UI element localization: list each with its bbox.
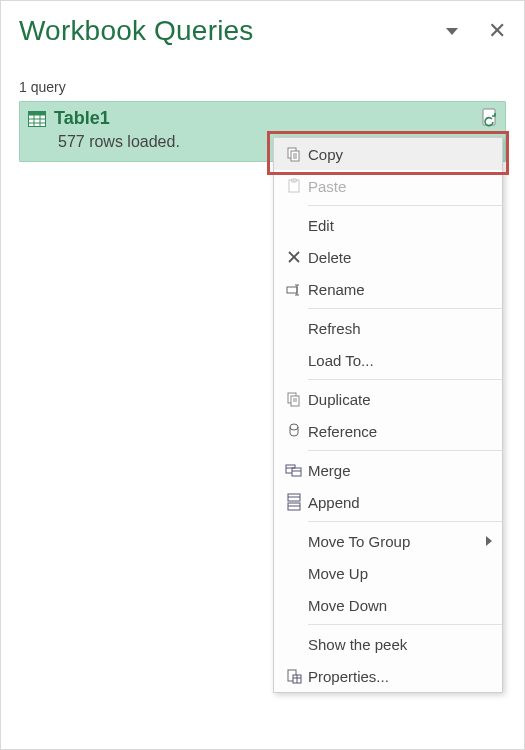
menu-label: Load To... bbox=[308, 352, 492, 369]
menu-item-duplicate[interactable]: Duplicate bbox=[274, 383, 502, 415]
menu-label: Merge bbox=[308, 462, 492, 479]
menu-label: Move To Group bbox=[308, 533, 482, 550]
svg-rect-16 bbox=[287, 287, 297, 293]
pane-header: Workbook Queries ✕ bbox=[19, 15, 506, 47]
append-icon bbox=[280, 493, 308, 511]
submenu-arrow-icon bbox=[486, 536, 492, 546]
menu-separator bbox=[308, 450, 502, 451]
menu-label: Copy bbox=[308, 146, 492, 163]
delete-icon bbox=[280, 250, 308, 264]
query-count-label: 1 query bbox=[19, 79, 506, 95]
query-context-menu: Copy Paste Edit Delete Rename bbox=[273, 137, 503, 693]
menu-item-refresh[interactable]: Refresh bbox=[274, 312, 502, 344]
refresh-icon[interactable] bbox=[481, 108, 499, 132]
menu-item-load-to[interactable]: Load To... bbox=[274, 344, 502, 376]
workbook-queries-pane: Workbook Queries ✕ 1 query Table1 bbox=[0, 0, 525, 750]
duplicate-icon bbox=[280, 391, 308, 407]
menu-item-properties[interactable]: Properties... bbox=[274, 660, 502, 692]
menu-label: Paste bbox=[308, 178, 492, 195]
menu-item-merge[interactable]: Merge bbox=[274, 454, 502, 486]
svg-point-24 bbox=[290, 424, 298, 430]
menu-label: Delete bbox=[308, 249, 492, 266]
menu-item-reference[interactable]: Reference bbox=[274, 415, 502, 447]
pane-close-icon[interactable]: ✕ bbox=[488, 20, 506, 42]
reference-icon bbox=[280, 423, 308, 439]
svg-rect-13 bbox=[292, 179, 297, 182]
menu-label: Move Up bbox=[308, 565, 492, 582]
menu-label: Properties... bbox=[308, 668, 492, 685]
menu-label: Move Down bbox=[308, 597, 492, 614]
menu-separator bbox=[308, 308, 502, 309]
menu-label: Edit bbox=[308, 217, 492, 234]
menu-separator bbox=[308, 624, 502, 625]
pane-title: Workbook Queries bbox=[19, 15, 254, 47]
paste-icon bbox=[280, 178, 308, 194]
menu-item-edit[interactable]: Edit bbox=[274, 209, 502, 241]
menu-label: Duplicate bbox=[308, 391, 492, 408]
menu-label: Show the peek bbox=[308, 636, 492, 653]
svg-rect-26 bbox=[292, 468, 301, 476]
menu-item-rename[interactable]: Rename bbox=[274, 273, 502, 305]
menu-item-paste: Paste bbox=[274, 170, 502, 202]
rename-icon bbox=[280, 282, 308, 296]
query-item-header: Table1 bbox=[28, 108, 497, 129]
table-icon bbox=[28, 111, 46, 127]
menu-separator bbox=[308, 521, 502, 522]
pane-menu-chevron-icon[interactable] bbox=[446, 28, 458, 35]
menu-label: Append bbox=[308, 494, 492, 511]
svg-rect-1 bbox=[29, 111, 46, 115]
merge-icon bbox=[280, 462, 308, 478]
properties-icon bbox=[280, 668, 308, 684]
pane-header-controls: ✕ bbox=[446, 20, 506, 42]
menu-item-copy[interactable]: Copy bbox=[274, 138, 502, 170]
menu-separator bbox=[308, 379, 502, 380]
copy-icon bbox=[280, 146, 308, 162]
menu-item-show-peek[interactable]: Show the peek bbox=[274, 628, 502, 660]
menu-label: Refresh bbox=[308, 320, 492, 337]
menu-item-move-to-group[interactable]: Move To Group bbox=[274, 525, 502, 557]
menu-separator bbox=[308, 205, 502, 206]
menu-item-move-down[interactable]: Move Down bbox=[274, 589, 502, 621]
query-name: Table1 bbox=[54, 108, 110, 129]
menu-label: Rename bbox=[308, 281, 492, 298]
menu-item-append[interactable]: Append bbox=[274, 486, 502, 518]
menu-label: Reference bbox=[308, 423, 492, 440]
menu-item-move-up[interactable]: Move Up bbox=[274, 557, 502, 589]
menu-item-delete[interactable]: Delete bbox=[274, 241, 502, 273]
